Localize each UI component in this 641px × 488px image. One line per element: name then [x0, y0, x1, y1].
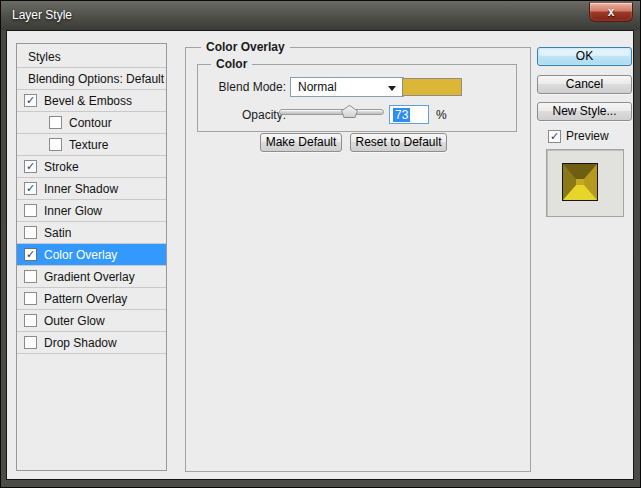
opacity-slider-track[interactable]	[279, 109, 384, 115]
contour-checkbox[interactable]	[49, 116, 62, 129]
sidebar-item-gradient-overlay[interactable]: Gradient Overlay	[17, 266, 166, 288]
sidebar-item-stroke[interactable]: ✓ Stroke	[17, 156, 166, 178]
stroke-checkbox[interactable]: ✓	[24, 160, 37, 173]
color-settings-group: Color Blend Mode: Normal Opacity: 73 %	[197, 64, 517, 132]
style-preview-thumbnail	[563, 164, 597, 200]
opacity-input[interactable]: 73	[389, 105, 429, 124]
inner-shadow-checkbox[interactable]: ✓	[24, 182, 37, 195]
chevron-down-icon	[388, 86, 396, 91]
preview-label: Preview	[566, 129, 609, 143]
sidebar-item-styles[interactable]: Styles	[17, 46, 166, 68]
dialog-body: Styles Blending Options: Default ✓ Bevel…	[6, 30, 634, 480]
make-default-button[interactable]: Make Default	[260, 133, 342, 152]
sidebar-item-outer-glow[interactable]: Outer Glow	[17, 310, 166, 332]
check-icon: ✓	[26, 95, 35, 106]
opacity-label: Opacity:	[204, 108, 286, 122]
new-style-button[interactable]: New Style...	[537, 102, 632, 121]
sidebar-item-bevel-emboss[interactable]: ✓ Bevel & Emboss	[17, 90, 166, 112]
preview-checkbox[interactable]: ✓	[548, 130, 561, 143]
opacity-slider-thumb[interactable]	[341, 105, 358, 118]
sidebar-item-contour[interactable]: Contour	[17, 112, 166, 134]
inner-glow-checkbox[interactable]	[24, 204, 37, 217]
gradient-overlay-checkbox[interactable]	[24, 270, 37, 283]
check-icon: ✓	[550, 131, 559, 142]
reset-to-default-button[interactable]: Reset to Default	[350, 133, 447, 152]
satin-checkbox[interactable]	[24, 226, 37, 239]
color-overlay-checkbox[interactable]: ✓	[24, 248, 37, 261]
sidebar-item-color-overlay[interactable]: ✓ Color Overlay	[17, 244, 166, 266]
color-group-title: Color	[211, 58, 252, 71]
texture-checkbox[interactable]	[49, 138, 62, 151]
sidebar-item-inner-glow[interactable]: Inner Glow	[17, 200, 166, 222]
check-icon: ✓	[26, 161, 35, 172]
blend-mode-value: Normal	[298, 80, 337, 94]
drop-shadow-checkbox[interactable]	[24, 336, 37, 349]
bevel-emboss-checkbox[interactable]: ✓	[24, 94, 37, 107]
ok-button[interactable]: OK	[537, 47, 632, 66]
sidebar-item-blending-options[interactable]: Blending Options: Default	[17, 68, 166, 90]
close-icon: x	[608, 5, 615, 19]
opacity-unit-label: %	[436, 108, 447, 122]
opacity-value: 73	[393, 108, 410, 122]
check-icon: ✓	[26, 249, 35, 260]
cancel-button[interactable]: Cancel	[537, 75, 632, 94]
blend-mode-select[interactable]: Normal	[290, 77, 404, 97]
sidebar-item-texture[interactable]: Texture	[17, 134, 166, 156]
styles-list: Styles Blending Options: Default ✓ Bevel…	[16, 43, 167, 471]
style-preview-box	[546, 149, 624, 217]
window-title: Layer Style	[12, 8, 72, 22]
sidebar-item-satin[interactable]: Satin	[17, 222, 166, 244]
close-button[interactable]: x	[589, 2, 633, 22]
sidebar-item-pattern-overlay[interactable]: Pattern Overlay	[17, 288, 166, 310]
sidebar-item-inner-shadow[interactable]: ✓ Inner Shadow	[17, 178, 166, 200]
preview-checkbox-group[interactable]: ✓ Preview	[548, 129, 609, 143]
color-swatch[interactable]	[402, 78, 462, 96]
titlebar[interactable]: Layer Style x	[1, 1, 640, 30]
pattern-overlay-checkbox[interactable]	[24, 292, 37, 305]
check-icon: ✓	[26, 183, 35, 194]
outer-glow-checkbox[interactable]	[24, 314, 37, 327]
layer-style-dialog: Layer Style x Styles Blending Options: D…	[0, 0, 641, 488]
panel-title: Color Overlay	[201, 41, 290, 54]
color-overlay-panel: Color Overlay Color Blend Mode: Normal O…	[185, 47, 531, 472]
blend-mode-label: Blend Mode:	[204, 80, 286, 94]
sidebar-item-drop-shadow[interactable]: Drop Shadow	[17, 332, 166, 354]
